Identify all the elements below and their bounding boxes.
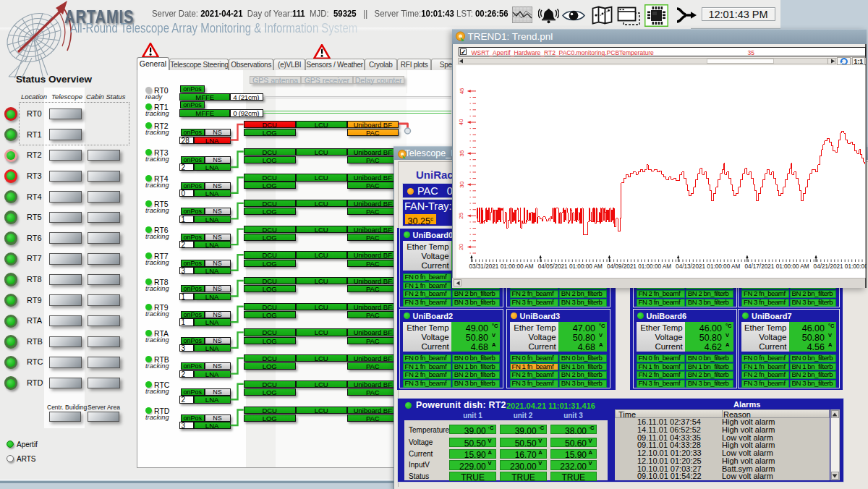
svg-text:35: 35 xyxy=(458,150,464,156)
svg-text:04/13/2021 01:00:00 AM: 04/13/2021 01:00:00 AM xyxy=(676,263,740,270)
svg-text:45: 45 xyxy=(458,88,464,94)
svg-text:30: 30 xyxy=(458,181,464,187)
svg-text:04/21/2021 01:00:00 AM: 04/21/2021 01:00:00 AM xyxy=(813,263,866,270)
svg-text:25: 25 xyxy=(458,212,464,218)
svg-text:04/17/2021 01:00:00 AM: 04/17/2021 01:00:00 AM xyxy=(744,263,809,270)
svg-text:04/09/2021 01:00:00 AM: 04/09/2021 01:00:00 AM xyxy=(606,263,671,270)
svg-text:40: 40 xyxy=(458,119,464,125)
svg-text:03/31/2021 01:00:00 AM: 03/31/2021 01:00:00 AM xyxy=(469,263,533,270)
svg-text:20: 20 xyxy=(458,243,464,250)
svg-text:04/05/2021 01:00:00 AM: 04/05/2021 01:00:00 AM xyxy=(537,263,602,270)
